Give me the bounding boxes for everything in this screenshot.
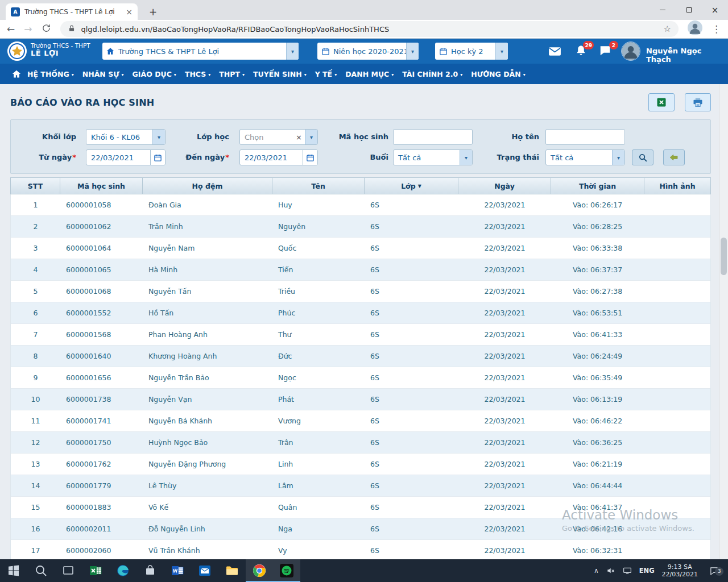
forward-icon[interactable]: → [24,24,32,34]
start-icon[interactable] [0,559,27,582]
cell-ma-hoc-sinh: 6000002011 [60,518,143,539]
store-icon[interactable] [136,559,164,582]
nav-item[interactable]: THCS▾ [185,70,210,78]
new-tab-button[interactable]: + [146,5,160,19]
browser-tab[interactable]: A Trường THCS - THPT Lê Lợi × [6,3,138,20]
dropdown-arrow-icon[interactable]: ▾ [406,43,419,60]
back-button[interactable] [663,149,685,165]
den-ngay-input[interactable] [240,153,303,162]
column-header[interactable]: Thời gian [551,178,644,194]
table-body: 16000001058Đoàn GiaHuy6S22/03/2021Vào: 0… [10,194,711,562]
cell-thoi-gian: Vào: 06:24:49 [551,346,644,367]
task-view-icon[interactable] [55,559,82,582]
edge-icon[interactable] [109,559,136,582]
clear-icon[interactable]: × [293,133,305,142]
nav-item[interactable]: TÀI CHÍNH 2.0▾ [402,70,462,78]
cell-lop: 6S [365,281,458,302]
cell-ten: Phát [272,389,365,410]
search-icon[interactable] [27,559,55,582]
export-excel-button[interactable] [648,93,675,111]
dropdown-arrow-icon[interactable]: ▾ [460,150,472,165]
print-button[interactable] [685,93,711,111]
file-explorer-icon[interactable] [218,559,246,582]
ma-hoc-sinh-input[interactable] [394,133,472,142]
window-controls: × [650,0,728,20]
user-avatar[interactable] [621,41,640,61]
window-minimize-button[interactable] [650,0,676,20]
table-header-row: STTMã học sinhHọ đệmTênLớp▼NgàyThời gian… [10,177,711,194]
cell-stt: 17 [11,540,60,561]
khoi-lop-select[interactable]: Khối 6 - KL06 ▾ [86,129,166,145]
dropdown-arrow-icon[interactable]: ▾ [286,43,299,60]
buoi-select[interactable]: Tất cả ▾ [393,149,473,165]
nav-item[interactable]: HƯỚNG DẪN▾ [471,70,525,78]
cell-ngay: 22/03/2021 [458,324,551,345]
column-header[interactable]: Họ đệm [143,178,272,194]
cell-lop: 6S [365,454,458,475]
address-bar[interactable]: qlgd.leloipt.edu.vn/BaoCaoTongHopVaoRa/R… [60,21,679,37]
tab-close-icon[interactable]: × [126,8,133,16]
clock[interactable]: 9:13 SA 22/03/2021 [662,563,698,578]
language-indicator[interactable]: ENG [639,567,655,575]
trang-thai-select[interactable]: Tất cả ▾ [545,149,625,165]
mail-icon[interactable] [548,44,562,59]
nav-item[interactable]: GIÁO DỤC▾ [133,70,176,78]
column-header[interactable]: Ngày [458,178,551,194]
nav-item[interactable]: DANH MỤC▾ [345,70,394,78]
dropdown-arrow-icon[interactable]: ▾ [495,43,508,60]
back-icon[interactable]: ← [7,24,15,34]
page-scrollbar[interactable] [719,84,728,559]
school-year-select[interactable]: Niên học 2020-2021 ▾ [317,43,419,60]
bookmark-star-icon[interactable]: ☆ [664,24,671,34]
column-header[interactable]: Mã học sinh [60,178,143,194]
tu-ngay-input[interactable] [86,153,150,162]
excel-icon[interactable] [82,559,109,582]
browser-toolbar: ← → qlgd.leloipt.edu.vn/BaoCaoTongHopVao… [0,20,728,39]
filter-panel: Khối lớp Khối 6 - KL06 ▾ Lớp học Chọn × … [10,119,711,174]
user-name[interactable]: Nguyễn Ngọc Thạch [646,47,728,64]
browser-profile-avatar[interactable] [688,20,702,38]
dropdown-arrow-icon[interactable]: ▾ [612,150,624,165]
column-header[interactable]: Lớp▼ [365,178,458,194]
search-button[interactable] [632,149,653,165]
volume-icon[interactable] [606,566,615,575]
semester-select[interactable]: Học kỳ 2 ▾ [435,43,508,60]
browser-menu-icon[interactable]: ⋮ [712,23,721,35]
messages-icon[interactable]: 2 [599,44,614,59]
chrome-icon[interactable] [246,559,273,582]
action-center-icon[interactable]: 3 [705,566,722,576]
label-trang-thai: Trạng thái [479,149,539,165]
cell-ngay: 22/03/2021 [458,302,551,323]
printer-icon [692,97,704,108]
window-maximize-button[interactable] [676,0,702,20]
home-icon[interactable] [8,69,25,79]
lop-hoc-combobox[interactable]: Chọn × ▾ [239,129,318,145]
nav-item[interactable]: Y TẾ▾ [315,70,337,78]
calendar-icon[interactable] [303,150,317,165]
lop-hoc-value: Chọn [240,133,293,142]
window-close-button[interactable]: × [702,0,728,20]
spotify-icon[interactable] [273,559,300,582]
table-row: 46000001065Hà MinhTiến6S22/03/2021Vào: 0… [11,259,710,281]
cell-ho-dem: Nguyễn Vạn [143,389,272,410]
nav-item[interactable]: TUYỂN SINH▾ [253,70,307,78]
mail-icon[interactable] [191,559,218,582]
refresh-icon[interactable] [42,23,51,35]
ho-ten-input[interactable] [546,133,624,142]
column-header[interactable]: Hình ảnh [644,178,710,194]
nav-item[interactable]: HỆ THỐNG▾ [27,70,74,78]
notifications-bell-icon[interactable]: 29 [574,44,589,59]
nav-item[interactable]: THPT▾ [219,70,245,78]
tray-chevron-icon[interactable]: ∧ [594,567,599,575]
table-row: 146000001779Lê ThùyLâm6S22/03/2021Vào: 0… [11,475,710,497]
word-icon[interactable] [164,559,191,582]
clock-time: 9:13 SA [662,563,698,571]
cell-thoi-gian: Vào: 06:41:33 [551,324,644,345]
nav-item[interactable]: NHÂN SỰ▾ [82,70,124,78]
network-icon[interactable] [623,566,632,575]
column-header[interactable]: STT [11,178,60,194]
column-header[interactable]: Tên [272,178,365,194]
scrollbar-thumb[interactable] [721,238,727,275]
dropdown-arrow-icon[interactable]: ▾ [305,130,317,144]
school-select[interactable]: Trường THCS & THPT Lê Lợi ▾ [102,43,299,60]
